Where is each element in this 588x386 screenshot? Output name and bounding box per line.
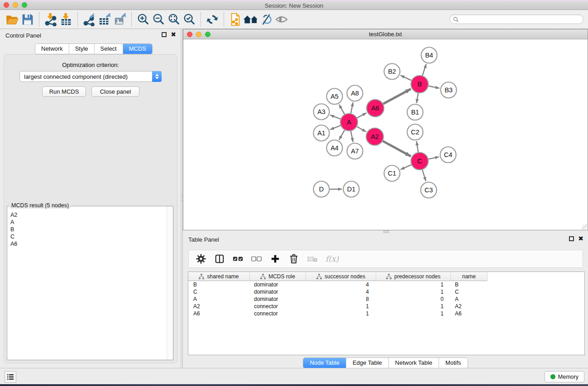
tab-edge-table[interactable]: Edge Table: [346, 358, 389, 368]
zoom-out-button[interactable]: [151, 12, 166, 27]
function-builder-button[interactable]: f(x): [325, 254, 339, 263]
graph-edge-A-A8[interactable]: [351, 102, 353, 113]
tab-network-table[interactable]: Network Table: [389, 358, 439, 368]
graph-edge-A2-C[interactable]: [383, 141, 411, 157]
graph-node-A5[interactable]: A5: [327, 89, 343, 105]
show-hide-eye-button[interactable]: [274, 12, 289, 27]
table-row[interactable]: Adominator80A: [188, 295, 584, 303]
graph-node-B1[interactable]: B1: [407, 105, 423, 120]
memory-button[interactable]: Memory: [545, 371, 584, 382]
float-panel-icon[interactable]: [569, 236, 574, 241]
column-header-successor-nodes[interactable]: successor nodes: [306, 272, 376, 281]
node-table[interactable]: shared nameMCDS rolesuccessor nodesprede…: [188, 272, 585, 355]
graph-node-B[interactable]: B: [411, 76, 428, 93]
column-header-name[interactable]: name: [451, 272, 488, 281]
import-network-button[interactable]: [43, 12, 58, 27]
close-panel-button[interactable]: Close panel: [91, 86, 139, 97]
table-row[interactable]: Bdominator41B: [188, 281, 584, 288]
home-button[interactable]: [243, 12, 258, 27]
column-header-MCDS-role[interactable]: MCDS role: [250, 272, 306, 281]
export-network-button[interactable]: [81, 12, 97, 27]
graph-node-A2[interactable]: A2: [366, 128, 383, 145]
graph-edge-C-C1[interactable]: [401, 165, 411, 170]
table-row[interactable]: A6connector11A6: [188, 310, 584, 317]
graph-edge-B-B2[interactable]: [401, 76, 411, 81]
graph-edge-C-C4[interactable]: [429, 157, 439, 159]
list-item[interactable]: A2: [7, 211, 167, 219]
save-session-button[interactable]: [20, 12, 35, 27]
table-settings-button[interactable]: [196, 253, 206, 264]
graph-node-C1[interactable]: C1: [384, 166, 400, 181]
graph-node-A1[interactable]: A1: [314, 125, 330, 141]
graph-node-D1[interactable]: D1: [344, 181, 359, 197]
open-session-button[interactable]: [5, 12, 20, 27]
graph-edge-A-A6[interactable]: [357, 113, 367, 118]
graph-edge-B-B4[interactable]: [422, 64, 426, 76]
graph-node-D[interactable]: D: [314, 181, 330, 197]
graph-edge-C-C3[interactable]: [422, 170, 426, 181]
add-column-button[interactable]: [270, 253, 281, 264]
graph-edge-A-A7[interactable]: [351, 131, 353, 142]
close-panel-icon[interactable]: ✖: [578, 236, 583, 241]
graph-node-B2[interactable]: B2: [384, 64, 400, 80]
select-all-button[interactable]: [233, 253, 244, 264]
column-header-shared-name[interactable]: shared name: [188, 272, 250, 281]
list-item[interactable]: B: [7, 226, 167, 233]
graph-node-C4[interactable]: C4: [440, 147, 456, 163]
graph-node-A8[interactable]: A8: [347, 86, 363, 101]
tab-mcds[interactable]: MCDS: [123, 44, 152, 54]
delete-table-button[interactable]: [307, 253, 318, 264]
table-row[interactable]: Cdominator41C: [188, 288, 584, 295]
list-item[interactable]: C: [7, 233, 167, 240]
graph-node-C2[interactable]: C2: [407, 124, 423, 140]
graph-edge-B-B1[interactable]: [416, 93, 418, 103]
graph-edge-A-A3[interactable]: [330, 115, 340, 119]
column-header-predecessor-nodes[interactable]: predecessor nodes: [376, 272, 451, 281]
graph-edge-A-A2[interactable]: [357, 127, 366, 132]
export-image-button[interactable]: [112, 12, 128, 27]
graph-edge-A-A1[interactable]: [330, 125, 340, 129]
graph-node-A3[interactable]: A3: [314, 104, 330, 120]
criterion-dropdown[interactable]: largest connected component (directed): [19, 71, 162, 82]
list-item[interactable]: A6: [7, 240, 167, 248]
tab-style[interactable]: Style: [69, 44, 95, 54]
search-field[interactable]: [449, 14, 583, 24]
toggle-graphics-details-button[interactable]: [258, 12, 274, 27]
zoom-selected-button[interactable]: [182, 12, 197, 27]
graph-edge-B-B3[interactable]: [429, 86, 440, 88]
graph-edge-C-C2[interactable]: [416, 141, 418, 152]
close-panel-icon[interactable]: ✖: [171, 32, 176, 37]
tab-network[interactable]: Network: [35, 44, 69, 54]
show-columns-button[interactable]: [214, 253, 225, 264]
graph-node-A6[interactable]: A6: [367, 100, 384, 117]
table-row[interactable]: A2connector11A2: [188, 303, 584, 310]
graph-node-A4[interactable]: A4: [327, 140, 343, 156]
graph-node-B3[interactable]: B3: [441, 82, 457, 98]
apply-preferred-layout-button[interactable]: [205, 12, 220, 27]
deselect-all-button[interactable]: [251, 253, 262, 264]
network-from-file-button[interactable]: [228, 12, 243, 27]
tab-node-table[interactable]: Node Table: [303, 358, 346, 368]
zoom-fit-button[interactable]: [166, 12, 182, 27]
mcds-result-list[interactable]: A2ABCA6: [7, 209, 167, 360]
window-resize-grip[interactable]: [582, 224, 587, 229]
graph-node-C[interactable]: C: [411, 152, 428, 170]
task-history-button[interactable]: [5, 371, 16, 383]
network-canvas[interactable]: B4B2BB3A5A8A6A3B1AA1C2A2A4A7C4CC1DD1C3: [183, 40, 588, 230]
tab-motifs[interactable]: Motifs: [439, 358, 468, 368]
graph-node-A7[interactable]: A7: [347, 143, 363, 159]
graph-edge-A-A5[interactable]: [339, 105, 344, 114]
search-input[interactable]: [460, 16, 583, 23]
graph-node-C3[interactable]: C3: [421, 182, 437, 198]
network-graph[interactable]: B4B2BB3A5A8A6A3B1AA1C2A2A4A7C4CC1DD1C3: [183, 40, 588, 230]
graph-edge-A6-B[interactable]: [383, 89, 411, 104]
float-panel-icon[interactable]: [162, 32, 167, 37]
tab-select[interactable]: Select: [95, 44, 123, 54]
run-mcds-button[interactable]: Run MCDS: [42, 86, 86, 97]
graph-edge-A-A4[interactable]: [339, 130, 344, 140]
zoom-in-button[interactable]: [135, 12, 151, 27]
export-table-button[interactable]: [97, 12, 112, 27]
list-item[interactable]: A: [7, 219, 167, 226]
delete-column-button[interactable]: [288, 253, 299, 264]
graph-node-B4[interactable]: B4: [421, 48, 437, 63]
